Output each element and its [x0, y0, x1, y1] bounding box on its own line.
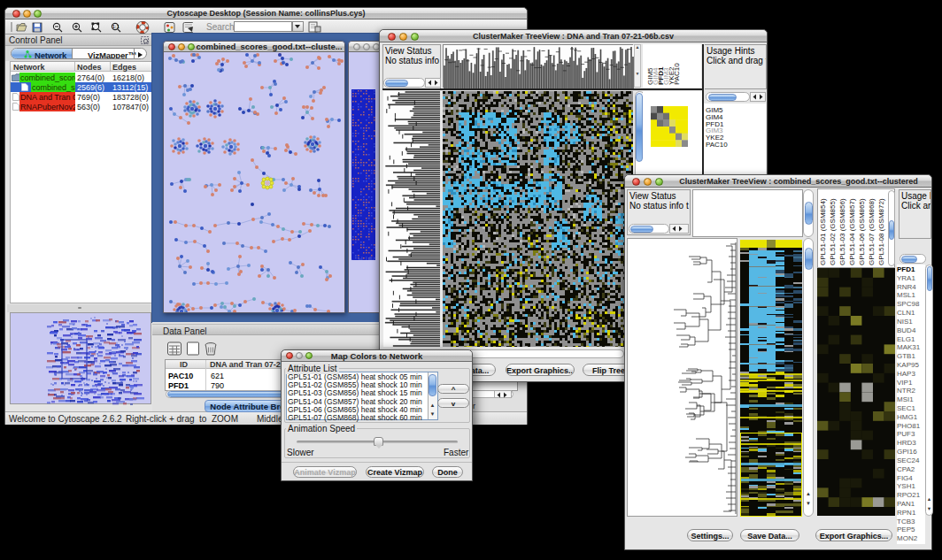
svg-text:1:1: 1:1: [112, 24, 120, 29]
